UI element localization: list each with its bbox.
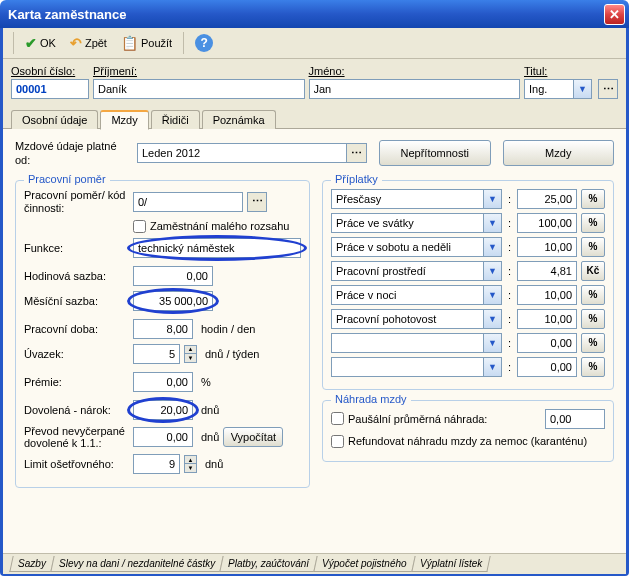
pausal-label: Paušální průměrná náhrada: xyxy=(348,413,487,425)
uvazek-spinner[interactable]: ▲▼ xyxy=(184,345,197,363)
supplement-unit-button[interactable]: % xyxy=(581,285,605,305)
chevron-down-icon[interactable]: ▼ xyxy=(484,357,502,377)
supplement-row: ▼:% xyxy=(331,309,605,329)
calculate-button[interactable]: Vypočítat xyxy=(223,427,283,447)
firstname-label: Jméno: xyxy=(309,65,521,77)
check-icon: ✔ xyxy=(25,35,37,51)
apply-button[interactable]: 📋Použít xyxy=(116,33,177,53)
supplement-name-combo[interactable] xyxy=(331,237,484,257)
uvazek-input[interactable] xyxy=(133,344,180,364)
premie-input[interactable] xyxy=(133,372,193,392)
supplement-unit-button[interactable]: % xyxy=(581,237,605,257)
supplement-amount-input[interactable] xyxy=(517,357,577,377)
tab-note[interactable]: Poznámka xyxy=(202,110,276,129)
supplement-unit-button[interactable]: % xyxy=(581,333,605,353)
code-picker-button[interactable]: ⋯ xyxy=(247,192,267,212)
chevron-down-icon[interactable]: ▼ xyxy=(484,333,502,353)
absence-button[interactable]: Nepřítomnosti xyxy=(379,140,491,166)
supplement-unit-button[interactable]: % xyxy=(581,189,605,209)
limit-label: Limit ošetřovného: xyxy=(24,458,129,470)
title-label: Titul: xyxy=(524,65,594,77)
period-input[interactable] xyxy=(137,143,347,163)
chevron-down-icon[interactable]: ▼ xyxy=(484,213,502,233)
close-button[interactable]: ✕ xyxy=(604,4,625,25)
tab-personal[interactable]: Osobní údaje xyxy=(11,110,98,129)
code-input[interactable] xyxy=(133,192,243,212)
chevron-down-icon[interactable]: ▼ xyxy=(484,189,502,209)
tab-wages[interactable]: Mzdy xyxy=(100,110,148,130)
chevron-down-icon[interactable]: ▼ xyxy=(484,285,502,305)
group-compensation: Náhrada mzdy Paušální průměrná náhrada: … xyxy=(322,400,614,462)
limit-unit: dnů xyxy=(205,458,223,470)
supplement-row: ▼:% xyxy=(331,357,605,377)
id-label: Osobní číslo: xyxy=(11,65,89,77)
supplement-amount-input[interactable] xyxy=(517,309,577,329)
btab-rates[interactable]: Sazby xyxy=(9,556,54,572)
hourly-input[interactable] xyxy=(133,266,213,286)
group-compensation-title: Náhrada mzdy xyxy=(331,393,411,405)
btab-discounts[interactable]: Slevy na dani / nezdanitelné částky xyxy=(50,556,224,572)
back-button[interactable]: ↶Zpět xyxy=(65,33,112,53)
chevron-down-icon[interactable]: ▼ xyxy=(574,79,592,99)
supplement-unit-button[interactable]: Kč xyxy=(581,261,605,281)
supplement-unit-button[interactable]: % xyxy=(581,213,605,233)
id-input[interactable] xyxy=(11,79,89,99)
supplement-name-combo[interactable] xyxy=(331,357,484,377)
small-employment-checkbox[interactable] xyxy=(133,220,146,233)
wages-button[interactable]: Mzdy xyxy=(503,140,615,166)
supplement-name-combo[interactable] xyxy=(331,261,484,281)
btab-payments[interactable]: Platby, zaúčtování xyxy=(219,556,317,572)
supplement-name-combo[interactable] xyxy=(331,309,484,329)
supplement-amount-input[interactable] xyxy=(517,189,577,209)
limit-spinner[interactable]: ▲▼ xyxy=(184,455,197,473)
btab-insurance[interactable]: Výpočet pojistného xyxy=(313,556,415,572)
worktime-label: Pracovní doba: xyxy=(24,323,129,335)
supplement-name-combo[interactable] xyxy=(331,213,484,233)
group-supplements-title: Příplatky xyxy=(331,173,382,185)
ok-button[interactable]: ✔OK xyxy=(20,33,61,53)
funkce-input[interactable] xyxy=(133,238,301,258)
supplement-row: ▼:% xyxy=(331,285,605,305)
worktime-input[interactable] xyxy=(133,319,193,339)
pausal-checkbox[interactable] xyxy=(331,412,344,425)
chevron-down-icon[interactable]: ▼ xyxy=(484,237,502,257)
monthly-label: Měsíční sazba: xyxy=(24,295,129,307)
carry-input[interactable] xyxy=(133,427,193,447)
uvazek-unit: dnů / týden xyxy=(205,348,259,360)
vacation-input[interactable] xyxy=(133,400,193,420)
supplement-row: ▼:% xyxy=(331,189,605,209)
premie-label: Prémie: xyxy=(24,376,129,388)
monthly-input[interactable] xyxy=(133,291,213,311)
supplement-unit-button[interactable]: % xyxy=(581,309,605,329)
btab-slip[interactable]: Výplatní lístek xyxy=(411,556,491,572)
title-combo[interactable] xyxy=(524,79,574,99)
period-picker-button[interactable]: ⋯ xyxy=(347,143,367,163)
supplement-amount-input[interactable] xyxy=(517,213,577,233)
carry-label: Převod nevyčerpané dovolené k 1.1.: xyxy=(24,425,129,449)
chevron-down-icon[interactable]: ▼ xyxy=(484,261,502,281)
group-contract-title: Pracovní poměr xyxy=(24,173,110,185)
refund-checkbox[interactable] xyxy=(331,435,344,448)
more-button[interactable]: ⋯ xyxy=(598,79,618,99)
supplement-amount-input[interactable] xyxy=(517,285,577,305)
pausal-input[interactable] xyxy=(545,409,605,429)
supplement-name-combo[interactable] xyxy=(331,285,484,305)
supplement-name-combo[interactable] xyxy=(331,189,484,209)
funkce-label: Funkce: xyxy=(24,242,129,254)
carry-unit: dnů xyxy=(201,431,219,443)
supplement-amount-input[interactable] xyxy=(517,237,577,257)
chevron-down-icon[interactable]: ▼ xyxy=(484,309,502,329)
firstname-input[interactable] xyxy=(309,79,521,99)
supplement-amount-input[interactable] xyxy=(517,333,577,353)
tab-drivers[interactable]: Řidiči xyxy=(151,110,200,129)
supplement-name-combo[interactable] xyxy=(331,333,484,353)
surname-input[interactable] xyxy=(93,79,305,99)
limit-input[interactable] xyxy=(133,454,180,474)
bottom-tabs: Sazby Slevy na dani / nezdanitelné částk… xyxy=(3,553,626,574)
supplement-unit-button[interactable]: % xyxy=(581,357,605,377)
help-button[interactable]: ? xyxy=(190,32,218,54)
undo-icon: ↶ xyxy=(70,35,82,51)
group-contract: Pracovní poměr Pracovní poměr/ kód činno… xyxy=(15,180,310,489)
small-employment-label: Zaměstnání malého rozsahu xyxy=(150,220,289,232)
supplement-amount-input[interactable] xyxy=(517,261,577,281)
